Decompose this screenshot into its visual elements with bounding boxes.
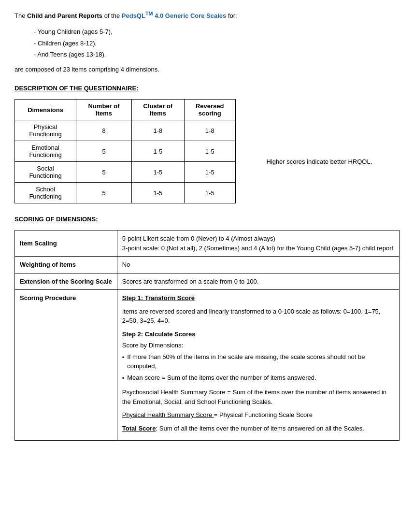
age-group-item-3: And Teens (ages 13-18),: [34, 49, 400, 60]
dimensions-table: Dimensions Number ofItems Cluster ofItem…: [14, 99, 400, 203]
col-dimensions: Dimensions: [15, 100, 76, 120]
intro-paragraph: The Child and Parent Reports of the Peds…: [14, 10, 400, 21]
rev-social: 1-5: [184, 162, 235, 183]
intro-prefix: The: [14, 12, 27, 19]
num-school: 5: [76, 183, 132, 203]
item-scaling-content: 5-point Likert scale from 0 (Never) to 4…: [117, 230, 399, 257]
dim-school: SchoolFunctioning: [15, 183, 76, 203]
dim-social: SocialFunctioning: [15, 162, 76, 183]
step2-title: Step 2: Calculate Scores: [122, 330, 394, 339]
cluster-school: 1-5: [131, 183, 184, 203]
bullet-2: • Mean score = Sum of the items over the…: [122, 373, 394, 383]
scoring-procedure-row: Scoring Procedure Step 1: Transform Scor…: [15, 290, 400, 441]
age-groups-list: Young Children (ages 5-7), Children (age…: [34, 26, 400, 60]
num-social: 5: [76, 162, 132, 183]
total-bold: Total Score: [122, 425, 156, 432]
bullet-1: • If more than 50% of the items in the s…: [122, 352, 394, 371]
bullet-dot-2: •: [122, 374, 125, 383]
intro-bold: Child and Parent Reports: [27, 12, 102, 19]
rev-physical: 1-8: [184, 120, 235, 141]
age-group-item-1: Young Children (ages 5-7),: [34, 26, 400, 37]
direction-text: Higher scores indicate better HRQOL.: [235, 120, 400, 203]
step1-text: Items are reversed scored and linearly t…: [122, 307, 394, 326]
physical-rest: = Physical Functioning Scale Score: [214, 411, 313, 418]
weighting-row: Weighting of Items No: [15, 257, 400, 273]
intro-middle: of the: [102, 12, 122, 19]
col-reversed: Reversedscoring: [184, 100, 235, 120]
score-by-dim-label: Score by Dimensions:: [122, 341, 394, 350]
rev-school: 1-5: [184, 183, 235, 203]
num-physical: 8: [76, 120, 132, 141]
table-header-row: Dimensions Number ofItems Cluster ofItem…: [15, 100, 400, 120]
psychosocial-underline: Psychosocial Health Summary Score: [122, 388, 227, 396]
description-title: DESCRIPTION OF THE QUESTIONNAIRE:: [14, 85, 400, 92]
age-group-item-2: Children (ages 8-12),: [34, 38, 400, 49]
item-scaling-row: Item Scaling 5-point Likert scale from 0…: [15, 230, 400, 257]
physical-para: Physical Health Summary Score = Physical…: [122, 410, 394, 420]
cluster-physical: 1-8: [131, 120, 184, 141]
scoring-procedure-label: Scoring Procedure: [15, 290, 117, 441]
dim-emotional: EmotionalFunctioning: [15, 141, 76, 162]
rev-emotional: 1-5: [184, 141, 235, 162]
dim-physical: PhysicalFunctioning: [15, 120, 76, 141]
intro-suffix: for:: [226, 12, 237, 19]
extension-content: Scores are transformed on a scale from 0…: [117, 273, 399, 290]
cluster-social: 1-5: [131, 162, 184, 183]
weighting-label: Weighting of Items: [15, 257, 117, 273]
step1-title: Step 1: Transform Score: [122, 293, 394, 303]
extension-label: Extension of the Scoring Scale: [15, 273, 117, 290]
scoring-table: Item Scaling 5-point Likert scale from 0…: [14, 230, 400, 441]
col-cluster: Cluster ofItems: [131, 100, 184, 120]
weighting-content: No: [117, 257, 399, 273]
psychosocial-para: Psychosocial Health Summary Score = Sum …: [122, 388, 394, 406]
item-scaling-label: Item Scaling: [15, 230, 117, 257]
total-rest: : Sum of all the items over the number o…: [156, 425, 364, 432]
pedsql-link[interactable]: PedsQLTM 4.0 Generic Core Scales: [122, 12, 227, 19]
extension-row: Extension of the Scoring Scale Scores ar…: [15, 273, 400, 290]
num-emotional: 5: [76, 141, 132, 162]
col-num-items: Number ofItems: [76, 100, 132, 120]
compose-text: are composed of 23 items comprising 4 di…: [14, 65, 400, 75]
scoring-title: SCORING OF DIMENSIONS:: [14, 216, 400, 223]
bullet-dot-1: •: [122, 353, 125, 362]
physical-underline: Physical Health Summary Score: [122, 411, 214, 418]
total-para: Total Score: Sum of all the items over t…: [122, 424, 394, 433]
scoring-procedure-content: Step 1: Transform Score Items are revers…: [117, 290, 399, 441]
table-row: PhysicalFunctioning 8 1-8 1-8 Higher sco…: [15, 120, 400, 141]
cluster-emotional: 1-5: [131, 141, 184, 162]
col-direction: [235, 100, 400, 120]
